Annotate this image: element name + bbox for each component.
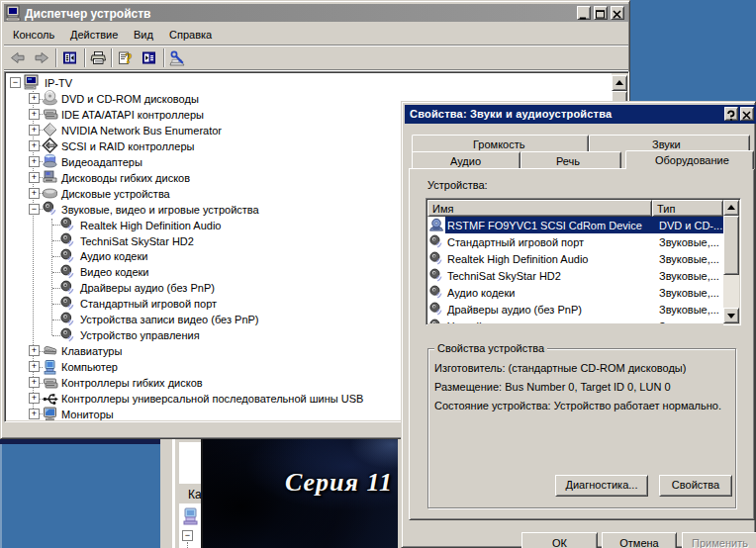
svg-text:?: ? <box>126 51 133 66</box>
